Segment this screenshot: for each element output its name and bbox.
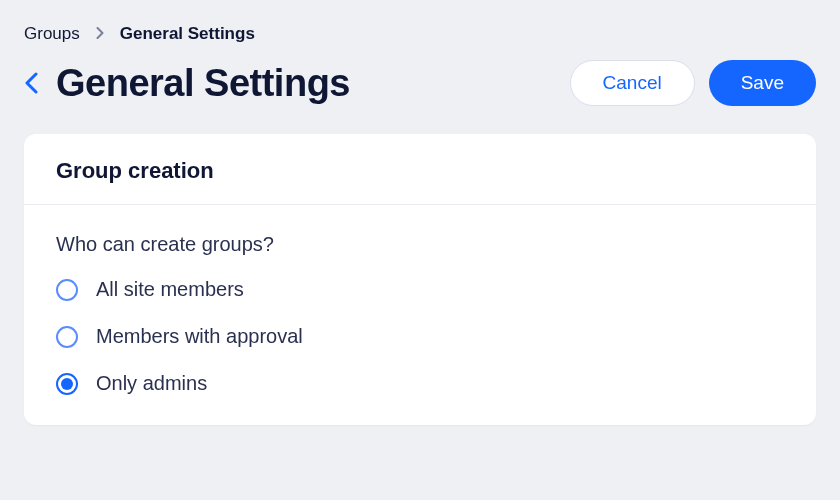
radio-option-members-approval[interactable]: Members with approval	[56, 325, 784, 348]
radio-label: Only admins	[96, 372, 207, 395]
radio-icon	[56, 373, 78, 395]
radio-option-all-members[interactable]: All site members	[56, 278, 784, 301]
radio-label: All site members	[96, 278, 244, 301]
header-actions: Cancel Save	[570, 60, 816, 106]
radio-label: Members with approval	[96, 325, 303, 348]
radio-group: All site members Members with approval O…	[56, 278, 784, 395]
card-body: Who can create groups? All site members …	[24, 205, 816, 425]
radio-option-only-admins[interactable]: Only admins	[56, 372, 784, 395]
section-question: Who can create groups?	[56, 233, 784, 256]
chevron-right-icon	[96, 25, 104, 43]
card-header: Group creation	[24, 134, 816, 205]
save-button[interactable]: Save	[709, 60, 816, 106]
breadcrumb-link-groups[interactable]: Groups	[24, 24, 80, 44]
radio-icon	[56, 326, 78, 348]
breadcrumb: Groups General Settings	[0, 0, 840, 60]
header-left: General Settings	[24, 62, 350, 105]
page-header: General Settings Cancel Save	[0, 60, 840, 134]
cancel-button[interactable]: Cancel	[570, 60, 695, 106]
page-title: General Settings	[56, 62, 350, 105]
group-creation-card: Group creation Who can create groups? Al…	[24, 134, 816, 425]
radio-icon	[56, 279, 78, 301]
back-icon[interactable]	[24, 72, 38, 94]
breadcrumb-current: General Settings	[120, 24, 255, 44]
card-title: Group creation	[56, 158, 784, 184]
